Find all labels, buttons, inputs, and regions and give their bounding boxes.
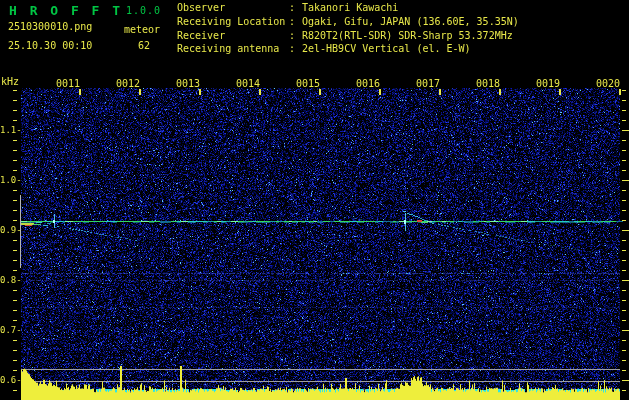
info-row-antenna: Receiving antenna : 2el-HB9CV Vertical (… (177, 43, 519, 57)
info-colon: : (289, 43, 302, 57)
station-info: Observer : Takanori Kawachi Receiving Lo… (177, 2, 519, 57)
info-value: 2el-HB9CV Vertical (el. E-W) (302, 43, 471, 57)
app-title: H R O F F T (9, 3, 123, 18)
info-row-receiver: Receiver : R820T2(RTL-SDR) SDR-Sharp 53.… (177, 30, 519, 44)
info-row-observer: Observer : Takanori Kawachi (177, 2, 519, 16)
info-colon: : (289, 30, 302, 44)
mode-label: meteor (124, 24, 160, 35)
info-label: Receiving Location (177, 16, 289, 30)
freq-unit-label: kHz (1, 76, 19, 87)
info-label: Receiver (177, 30, 289, 44)
hrofft-output-window: H R O F F T 1.0.0 2510300010.png meteor … (0, 0, 629, 400)
file-name: 2510300010.png (8, 21, 92, 32)
info-value: Ogaki, Gifu, JAPAN (136.60E, 35.35N) (302, 16, 519, 30)
info-colon: : (289, 2, 302, 16)
info-value: R820T2(RTL-SDR) SDR-Sharp 53.372MHz (302, 30, 513, 44)
info-row-location: Receiving Location : Ogaki, Gifu, JAPAN … (177, 16, 519, 30)
app-version: 1.0.0 (126, 5, 161, 16)
meteor-count: 62 (138, 40, 150, 51)
datetime-label: 25.10.30 00:10 (8, 40, 92, 51)
info-colon: : (289, 16, 302, 30)
spectrogram-canvas (0, 0, 629, 400)
info-value: Takanori Kawachi (302, 2, 398, 16)
info-label: Observer (177, 2, 289, 16)
info-label: Receiving antenna (177, 43, 289, 57)
